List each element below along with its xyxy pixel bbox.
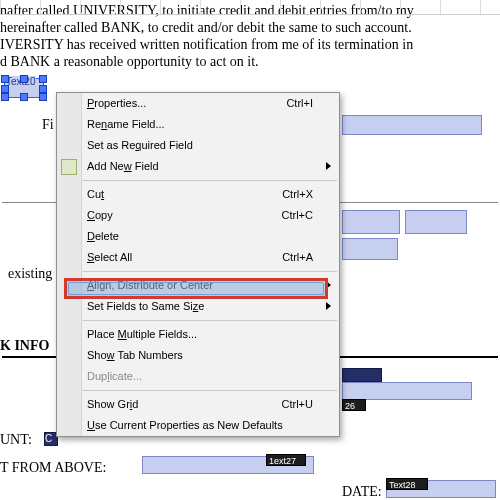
submenu-arrow-icon: [326, 162, 331, 170]
resize-handle-se[interactable]: [39, 93, 47, 101]
body-line-3: IVERSITY has received written notificati…: [0, 37, 413, 52]
field-tag-26[interactable]: 26: [342, 399, 366, 411]
menu-duplicate: Duplicate...: [57, 366, 339, 387]
menu-set-required[interactable]: Set as Required Field: [57, 135, 339, 156]
shortcut: Ctrl+A: [282, 247, 313, 268]
form-field[interactable]: [405, 210, 467, 234]
menu-separator: [83, 320, 337, 321]
menu-show-grid[interactable]: Show Grid Ctrl+U: [57, 394, 339, 415]
menu-place-multiple[interactable]: Place Multiple Fields...: [57, 324, 339, 345]
form-field[interactable]: [342, 115, 482, 135]
menu-copy[interactable]: Copy Ctrl+C: [57, 205, 339, 226]
label-from-above: T FROM ABOVE:: [0, 460, 106, 476]
form-field[interactable]: [342, 382, 472, 400]
resize-handle-e[interactable]: [39, 85, 47, 93]
menu-properties[interactable]: Properties... Ctrl+I: [57, 93, 339, 114]
resize-handle-n[interactable]: [20, 75, 28, 83]
label-k-info: K INFO: [0, 338, 49, 354]
menu-use-defaults[interactable]: Use Current Properties as New Defaults: [57, 415, 339, 436]
submenu-arrow-icon: [326, 281, 331, 289]
form-field[interactable]: [342, 368, 382, 382]
form-field[interactable]: [342, 210, 400, 234]
menu-separator: [83, 390, 337, 391]
label-existing: existing: [8, 266, 52, 282]
menu-same-size[interactable]: Set Fields to Same Size: [57, 296, 339, 317]
menu-show-tab-numbers[interactable]: Show Tab Numbers: [57, 345, 339, 366]
field-tag-text27[interactable]: 1ext27: [266, 454, 306, 466]
form-field-text20[interactable]: Text20: [4, 78, 44, 98]
body-line-4: d BANK a reasonable opportunity to act o…: [0, 54, 259, 69]
label-date: DATE:: [342, 484, 382, 500]
menu-separator: [83, 180, 337, 181]
shortcut: Ctrl+U: [282, 394, 313, 415]
menu-rename-field[interactable]: Rename Field...: [57, 114, 339, 135]
menu-align-distribute[interactable]: Align, Distribute or Center: [57, 275, 339, 296]
horizontal-ruler: [0, 0, 500, 15]
add-field-icon: [61, 159, 77, 175]
resize-handle-s[interactable]: [20, 93, 28, 101]
resize-handle-w[interactable]: [1, 85, 9, 93]
menu-cut[interactable]: Cut Ctrl+X: [57, 184, 339, 205]
resize-handle-sw[interactable]: [1, 93, 9, 101]
context-menu: Properties... Ctrl+I Rename Field... Set…: [56, 92, 340, 437]
body-line-2: hereinafter called BANK, to credit and/o…: [0, 20, 412, 35]
document-canvas: nafter called UNIVERSITY, to initiate cr…: [0, 0, 500, 4]
field-tag-text28[interactable]: Text28: [386, 478, 428, 490]
menu-select-all[interactable]: Select All Ctrl+A: [57, 247, 339, 268]
label-fi: Fi: [42, 117, 54, 133]
shortcut: Ctrl+I: [286, 93, 313, 114]
menu-separator: [83, 271, 337, 272]
label-unt: UNT:: [0, 432, 32, 448]
submenu-arrow-icon: [326, 302, 331, 310]
shortcut: Ctrl+X: [282, 184, 313, 205]
resize-handle-ne[interactable]: [39, 75, 47, 83]
menu-add-new-field[interactable]: Add New Field: [57, 156, 339, 177]
menu-delete[interactable]: Delete: [57, 226, 339, 247]
shortcut: Ctrl+C: [282, 205, 313, 226]
form-field[interactable]: [342, 238, 398, 260]
resize-handle-nw[interactable]: [1, 75, 9, 83]
